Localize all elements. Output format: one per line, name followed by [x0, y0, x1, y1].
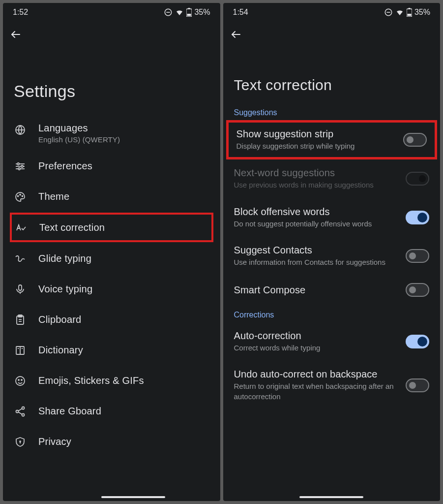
svg-rect-39: [408, 8, 410, 9]
menu-item-theme[interactable]: Theme: [3, 181, 220, 212]
setting-suggest-contacts[interactable]: Suggest Contacts Use information from Co…: [223, 237, 441, 275]
menu-title: Dictionary: [38, 345, 209, 356]
svg-rect-17: [19, 285, 22, 290]
svg-point-34: [20, 441, 21, 442]
setting-subtitle: Use previous words in making suggestions: [234, 180, 398, 190]
menu-title: Preferences: [38, 160, 209, 172]
svg-point-16: [22, 196, 23, 197]
svg-point-15: [20, 194, 21, 195]
menu-item-share[interactable]: Share Gboard: [3, 396, 220, 426]
setting-undo-autocorrect[interactable]: Undo auto-correct on backspace Return to…: [223, 361, 441, 410]
share-icon: [14, 405, 27, 418]
toggle-switch: [406, 172, 429, 186]
settings-menu: Languages English (US) (QWERTY) Preferen…: [3, 116, 220, 457]
svg-line-32: [18, 409, 22, 411]
book-icon: [14, 344, 27, 357]
status-bar: 1:52 35%: [3, 3, 220, 20]
setting-title: Auto-correction: [234, 330, 398, 342]
menu-item-clipboard[interactable]: Clipboard: [3, 304, 220, 335]
svg-point-26: [16, 377, 25, 385]
svg-point-11: [17, 163, 19, 165]
status-bar: 1:54 35%: [223, 3, 441, 20]
menu-item-privacy[interactable]: Privacy: [3, 426, 220, 457]
svg-rect-40: [407, 14, 411, 16]
menu-subtitle: English (US) (QWERTY): [38, 135, 209, 144]
toggle-switch[interactable]: [406, 335, 429, 348]
menu-title: Glide typing: [38, 253, 209, 264]
page-title: Settings: [3, 47, 220, 116]
setting-show-suggestion-strip[interactable]: Show suggestion strip Display suggestion…: [226, 120, 438, 159]
toggle-switch[interactable]: [406, 378, 429, 392]
status-time: 1:54: [233, 8, 248, 17]
gesture-icon: [14, 252, 27, 265]
menu-item-text-correction[interactable]: Text correction: [10, 213, 213, 242]
menu-title: Text correction: [39, 222, 208, 233]
palette-icon: [14, 190, 27, 203]
page-title: Text correction: [223, 47, 441, 102]
svg-line-33: [18, 412, 22, 414]
setting-title: Undo auto-correct on backspace: [234, 369, 398, 380]
status-time: 1:52: [13, 8, 28, 17]
battery-icon: [186, 8, 192, 17]
home-indicator[interactable]: [299, 496, 363, 498]
svg-rect-4: [187, 14, 191, 16]
svg-point-28: [21, 379, 22, 380]
back-button[interactable]: [223, 20, 441, 47]
menu-item-preferences[interactable]: Preferences: [3, 151, 220, 181]
mic-icon: [14, 283, 27, 296]
setting-title: Block offensive words: [234, 206, 398, 218]
toggle-switch[interactable]: [406, 283, 429, 297]
menu-title: Voice typing: [38, 284, 209, 295]
wifi-icon: [395, 8, 404, 17]
setting-subtitle: Display suggestion strip while typing: [236, 141, 396, 151]
setting-auto-correction[interactable]: Auto-correction Correct words while typi…: [223, 322, 441, 361]
setting-title: Next-word suggestions: [234, 167, 398, 179]
setting-title: Suggest Contacts: [234, 245, 398, 256]
menu-title: Languages: [38, 123, 209, 134]
status-icons: 35%: [384, 8, 430, 17]
setting-subtitle: Correct words while typing: [234, 343, 398, 353]
section-suggestions: Suggestions: [223, 102, 441, 120]
phone-right: 1:54 35% Text correction Suggestions Sho…: [223, 3, 441, 501]
menu-item-voice-typing[interactable]: Voice typing: [3, 274, 220, 304]
battery-percent: 35%: [414, 8, 430, 17]
toggle-switch[interactable]: [406, 249, 429, 263]
svg-point-14: [18, 196, 19, 197]
battery-percent: 35%: [194, 8, 210, 17]
dnd-icon: [164, 8, 173, 17]
globe-icon: [14, 124, 27, 136]
setting-subtitle: Return to original text when backspacing…: [234, 381, 398, 402]
home-indicator[interactable]: [101, 496, 165, 498]
dnd-icon: [384, 8, 393, 17]
setting-subtitle: Use information from Contacts for sugges…: [234, 257, 398, 267]
menu-item-glide-typing[interactable]: Glide typing: [3, 243, 220, 274]
svg-point-12: [21, 165, 23, 167]
menu-title: Share Gboard: [38, 406, 209, 417]
svg-point-27: [18, 379, 19, 380]
phone-left: 1:52 35% Settings Languages English (US)…: [3, 3, 220, 501]
clipboard-icon: [14, 314, 27, 326]
toggle-switch[interactable]: [403, 133, 427, 147]
setting-next-word-suggestions: Next-word suggestions Use previous words…: [223, 159, 441, 198]
svg-rect-3: [188, 8, 190, 9]
menu-title: Theme: [38, 191, 209, 202]
setting-title: Smart Compose: [234, 284, 398, 296]
setting-subtitle: Do not suggest potentially offensive wor…: [234, 219, 398, 229]
back-button[interactable]: [3, 20, 220, 47]
setting-smart-compose[interactable]: Smart Compose: [223, 275, 441, 305]
status-icons: 35%: [164, 8, 210, 17]
menu-title: Clipboard: [38, 314, 209, 325]
setting-block-offensive[interactable]: Block offensive words Do not suggest pot…: [223, 198, 441, 237]
menu-title: Emojis, Stickers & GIFs: [38, 375, 209, 386]
menu-item-languages[interactable]: Languages English (US) (QWERTY): [3, 116, 220, 151]
sliders-icon: [14, 160, 27, 173]
shield-icon: [14, 436, 27, 448]
emoji-icon: [14, 375, 27, 387]
text-correction-icon: [15, 221, 28, 234]
menu-item-emojis[interactable]: Emojis, Stickers & GIFs: [3, 365, 220, 396]
setting-title: Show suggestion strip: [236, 128, 396, 140]
section-corrections: Corrections: [223, 305, 441, 322]
menu-title: Privacy: [38, 436, 209, 447]
menu-item-dictionary[interactable]: Dictionary: [3, 335, 220, 365]
toggle-switch[interactable]: [406, 211, 429, 224]
